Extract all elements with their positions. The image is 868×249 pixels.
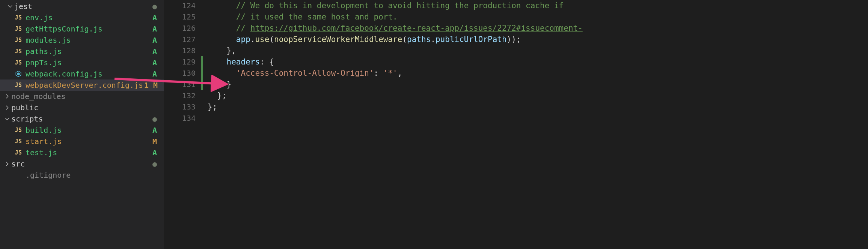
code-line[interactable]: }; [208,90,868,101]
line-number: 129 [164,56,203,68]
js-file-icon: JS [14,36,23,44]
tree-item-label: webpack.config.js [26,68,144,80]
chevron-right-icon [4,160,11,167]
js-file-icon: JS [14,126,23,134]
chevron-right-icon [4,93,11,100]
git-status-modified: 1 M [144,80,157,91]
line-number: 126 [164,22,203,34]
line-number: 124 [164,0,203,11]
js-file-icon: JS [14,81,23,89]
folder-row-scripts[interactable]: scripts● [0,113,164,124]
code-line[interactable]: // it used the same host and port. [208,11,868,22]
file-icon [14,171,23,179]
git-status-added: A [144,46,157,57]
file-row-modules.js[interactable]: JSmodules.jsA [0,34,164,46]
tree-item-label: jest [14,1,144,12]
tree-item-label: paths.js [26,46,144,57]
folder-row-node_modules[interactable]: node_modules [0,91,164,102]
tree-item-label: src [11,158,144,170]
tree-item-label: env.js [26,12,144,23]
tree-item-label: node_modules [11,91,144,102]
git-status-added: A [144,23,157,34]
file-row-start.js[interactable]: JSstart.jsM [0,136,164,147]
tree-item-label: test.js [26,147,144,158]
git-status-untracked-dot: ● [144,113,157,124]
js-file-icon: JS [14,47,23,56]
tree-item-label: start.js [26,136,144,147]
code-line[interactable]: } [208,79,868,90]
code-line[interactable]: app.use(noopServiceWorkerMiddleware(path… [208,34,868,45]
tree-item-label: .gitignore [26,170,144,181]
file-row-webpackDevServer.config.js[interactable]: JSwebpackDevServer.config.js1 M [0,80,164,91]
line-number: 131 [164,79,203,90]
git-status-added: A [144,147,157,158]
file-row-build.js[interactable]: JSbuild.jsA [0,124,164,136]
js-file-icon: JS [14,25,23,33]
file-explorer-sidebar[interactable]: jest●JSenv.jsAJSgetHttpsConfig.jsAJSmodu… [0,0,164,249]
code-line[interactable]: 'Access-Control-Allow-Origin': '*', [208,68,868,79]
js-file-icon: JS [14,148,23,157]
line-number: 134 [164,112,203,124]
tree-item-label: webpackDevServer.config.js [26,80,144,91]
git-status-added: A [144,34,157,46]
line-number: 130 [164,68,203,79]
file-row-.gitignore[interactable]: .gitignore [0,170,164,181]
code-line[interactable]: // We do this in development to avoid hi… [208,0,868,11]
line-number-gutter: 124125126127128129130131132133134 [164,0,203,249]
line-number: 133 [164,101,203,112]
git-status-added: A [144,12,157,23]
git-status-added: A [144,68,157,80]
code-content[interactable]: // We do this in development to avoid hi… [203,0,868,249]
file-row-paths.js[interactable]: JSpaths.jsA [0,46,164,57]
tree-item-label: scripts [11,113,144,124]
line-number: 128 [164,45,203,56]
folder-row-src[interactable]: src● [0,158,164,170]
git-status-added: A [144,124,157,136]
line-number: 132 [164,90,203,101]
code-line[interactable]: }; [208,101,868,112]
file-row-test.js[interactable]: JStest.jsA [0,147,164,158]
code-line[interactable]: }, [208,45,868,56]
code-line[interactable] [208,112,868,124]
line-number: 127 [164,34,203,45]
folder-row-jest[interactable]: jest● [0,1,164,12]
tree-item-label: public [11,102,144,113]
code-editor[interactable]: 124125126127128129130131132133134 // We … [164,0,868,249]
tree-item-label: pnpTs.js [26,57,144,68]
chevron-down-icon [7,3,14,10]
folder-row-public[interactable]: public [0,102,164,113]
file-row-getHttpsConfig.js[interactable]: JSgetHttpsConfig.jsA [0,23,164,34]
js-file-icon: JS [14,58,23,67]
js-file-icon: JS [14,14,23,22]
file-row-webpack.config.js[interactable]: webpack.config.jsA [0,68,164,80]
tree-item-label: getHttpsConfig.js [26,23,144,34]
file-row-env.js[interactable]: JSenv.jsA [0,12,164,23]
chevron-down-icon [4,116,11,122]
tree-item-label: modules.js [26,34,144,46]
tree-item-label: build.js [26,124,144,136]
webpack-file-icon [14,70,23,78]
code-line[interactable]: headers: { [208,56,868,68]
git-status-untracked-dot: ● [144,1,157,12]
file-row-pnpTs.js[interactable]: JSpnpTs.jsA [0,57,164,68]
code-line[interactable]: // https://github.com/facebook/create-re… [208,22,868,34]
git-status-untracked-dot: ● [144,158,157,170]
js-file-icon: JS [14,137,23,146]
line-number: 125 [164,11,203,22]
git-status-modified: M [144,136,157,147]
chevron-right-icon [4,104,11,111]
git-status-added: A [144,57,157,68]
